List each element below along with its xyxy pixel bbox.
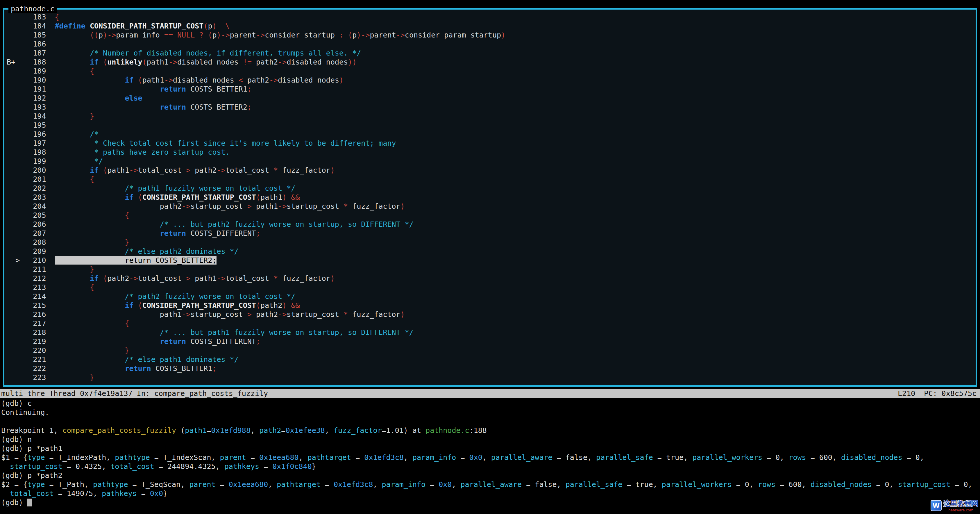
source-line-223: 223 } — [7, 373, 973, 382]
line-number: 189 — [24, 67, 46, 76]
console-line-4: (gdb) n — [1, 435, 980, 444]
line-number: 206 — [24, 220, 46, 229]
line-code: { — [55, 175, 94, 183]
status-left: multi-thre Thread 0x7f4e19a137 In: compa… — [1, 389, 268, 398]
console-line-2 — [1, 417, 980, 426]
terminal-screen[interactable]: pathnode.c 183{184#define CONSIDER_PATH_… — [0, 0, 980, 514]
source-line-218: 218 /* ... but path1 fuzzily worse on st… — [7, 328, 973, 337]
line-code: } — [55, 265, 94, 274]
source-line-221: 221 /* else path1 dominates */ — [7, 355, 973, 364]
line-code: } — [55, 373, 94, 382]
source-line-184: 184#define CONSIDER_PATH_STARTUP_COST(p)… — [7, 22, 973, 30]
line-number: 213 — [24, 283, 46, 292]
line-number: 200 — [24, 166, 46, 175]
watermark-badge: W 这里教程网 hereware.com — [931, 499, 978, 512]
line-code: * Check total cost first since it's more… — [55, 139, 396, 147]
source-line-213: 213 { — [7, 283, 973, 292]
source-line-199: 199 */ — [7, 157, 973, 166]
line-code: /* path1 fuzzily worse on total cost */ — [55, 184, 296, 193]
line-number: 202 — [24, 184, 46, 193]
source-line-207: 207 return COSTS_DIFFERENT; — [7, 229, 973, 238]
line-number: 196 — [24, 130, 46, 138]
line-code: } — [55, 238, 129, 247]
source-lines: 183{184#define CONSIDER_PATH_STARTUP_COS… — [7, 13, 973, 382]
line-code: if (CONSIDER_PATH_STARTUP_COST(path1) && — [55, 193, 300, 202]
line-number: 207 — [24, 229, 46, 238]
source-line-200: 200 if (path1->total_cost > path2->total… — [7, 166, 973, 175]
line-number: 221 — [24, 355, 46, 364]
line-number: 194 — [24, 111, 46, 121]
source-line-190: 190 if (path1->disabled_nodes < path2->d… — [7, 76, 973, 84]
line-number: 203 — [24, 193, 46, 202]
console-line-7: startup_cost = 0.4325, total_cost = 2448… — [1, 462, 980, 471]
line-number: 201 — [24, 175, 46, 184]
console-line-9: $2 = {type = T_Path, pathtype = T_SeqSca… — [1, 480, 980, 489]
line-number: 204 — [24, 202, 46, 211]
line-code: /* Number of disabled nodes, if differen… — [55, 49, 361, 57]
line-code: if (path2->total_cost > path1->total_cos… — [55, 274, 335, 283]
source-line-205: 205 { — [7, 211, 973, 220]
status-bar: multi-thre Thread 0x7f4e19a137 In: compa… — [0, 389, 980, 398]
source-line-197: 197 * Check total cost first since it's … — [7, 138, 973, 148]
line-code: if (CONSIDER_PATH_STARTUP_COST(path2) && — [55, 301, 300, 310]
console-cursor[interactable] — [27, 499, 32, 506]
line-number: 220 — [24, 346, 46, 355]
line-number: 210 — [24, 256, 46, 265]
line-number: 209 — [24, 247, 46, 256]
console-line-1: Continuing. — [1, 408, 980, 417]
source-line-204: 204 path2->startup_cost > path1->startup… — [7, 202, 973, 211]
source-line-193: 193 return COSTS_BETTER2; — [7, 103, 973, 111]
line-code: { — [55, 319, 129, 328]
line-code: path1->startup_cost > path2->startup_cos… — [55, 310, 405, 318]
line-number: 223 — [24, 373, 46, 382]
line-number: 198 — [24, 148, 46, 157]
line-code: if (unlikely(path1->disabled_nodes != pa… — [55, 58, 357, 66]
line-number: 186 — [24, 40, 46, 49]
source-line-220: 220 } — [7, 346, 973, 355]
line-code: /* — [55, 130, 99, 138]
line-code: ((p)->param_info == NULL ? (p)->parent->… — [55, 31, 506, 39]
line-number: 218 — [24, 328, 46, 337]
line-number: 212 — [24, 274, 46, 283]
source-line-212: 212 if (path2->total_cost > path1->total… — [7, 274, 973, 283]
source-line-201: 201 { — [7, 175, 973, 184]
source-line-183: 183{ — [7, 13, 973, 22]
source-line-202: 202 /* path1 fuzzily worse on total cost… — [7, 184, 973, 193]
console-line-10: total_cost = 149075, pathkeys = 0x0} — [1, 489, 980, 498]
line-code: /* ... but path2 fuzzily worse on startu… — [55, 220, 414, 229]
line-code: /* path2 fuzzily worse on total cost */ — [55, 292, 296, 301]
console-line-5: (gdb) p *path1 — [1, 444, 980, 453]
source-line-209: 209 /* else path2 dominates */ — [7, 247, 973, 256]
source-window: pathnode.c 183{184#define CONSIDER_PATH_… — [3, 8, 977, 387]
line-number: 222 — [24, 364, 46, 373]
line-number: 216 — [24, 310, 46, 319]
line-number: 187 — [24, 49, 46, 57]
current-line-marker: > — [7, 256, 24, 265]
line-code: return COSTS_BETTER2; — [55, 103, 252, 111]
status-right: L210 PC: 0x8c575c — [898, 389, 977, 398]
source-line-208: 208 } — [7, 238, 973, 247]
line-code: return COSTS_BETTER1; — [55, 85, 252, 93]
line-number: 184 — [24, 22, 46, 30]
source-line-195: 195 — [7, 121, 973, 130]
line-number: 219 — [24, 337, 46, 346]
console-line-3: Breakpoint 1, compare_path_costs_fuzzily… — [1, 426, 980, 435]
line-number: 215 — [24, 301, 46, 310]
line-code: if (path1->total_cost > path2->total_cos… — [55, 166, 335, 174]
source-line-194: 194 } — [7, 111, 973, 121]
line-code: { — [55, 13, 59, 21]
line-number: 211 — [24, 265, 46, 274]
line-code: * paths have zero startup cost. — [55, 148, 230, 156]
line-number: 185 — [24, 30, 46, 40]
line-code: path2->startup_cost > path1->startup_cos… — [55, 202, 405, 210]
line-number: 183 — [24, 13, 46, 22]
console-output[interactable]: (gdb) cContinuing.Breakpoint 1, compare_… — [1, 399, 980, 507]
line-code: /* else path1 dominates */ — [55, 355, 239, 364]
source-line-192: 192 else — [7, 94, 973, 103]
line-code: return COSTS_DIFFERENT; — [55, 337, 260, 346]
console-line-0: (gdb) c — [1, 399, 980, 408]
line-code: { — [55, 67, 94, 75]
console-line-11: (gdb) — [1, 498, 980, 507]
line-code: } — [55, 346, 129, 355]
watermark-logo-icon: W — [931, 500, 942, 511]
